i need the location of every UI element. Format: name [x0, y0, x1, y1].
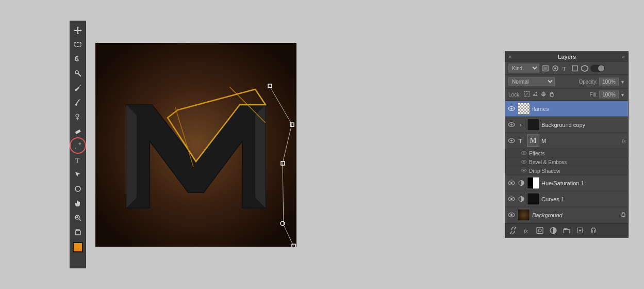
- svg-text:T: T: [75, 156, 79, 164]
- svg-point-56: [510, 198, 513, 200]
- layer-item-curves[interactable]: Curves 1: [505, 191, 628, 207]
- svg-point-34: [535, 92, 537, 93]
- layer-effect-drop-shadow[interactable]: Drop Shadow: [505, 167, 628, 175]
- svg-text:T: T: [519, 138, 522, 144]
- drop-shadow-label: Drop Shadow: [529, 168, 560, 173]
- layer-thumb-flames: [518, 103, 530, 115]
- layer-name-background-copy: Background copy: [541, 122, 626, 128]
- lock-transparent-icon[interactable]: [524, 91, 530, 98]
- layers-list: flames F Background copy T M M fx: [505, 101, 628, 223]
- add-mask-button[interactable]: [535, 226, 544, 235]
- layer-item-flames[interactable]: flames: [505, 101, 628, 117]
- path-select-tool[interactable]: [71, 168, 85, 181]
- lock-row: Lock: Fill: 100% ▼: [505, 89, 628, 101]
- layer-thumb-background: [518, 209, 530, 221]
- filter-kind-select[interactable]: Kind: [508, 64, 539, 73]
- stamp-tool[interactable]: [71, 110, 85, 123]
- canvas-image: [95, 43, 296, 247]
- layer-item-background-copy[interactable]: F Background copy: [505, 117, 628, 133]
- wand-tool[interactable]: [71, 67, 85, 80]
- canvas-area: [95, 43, 296, 247]
- shape-tool[interactable]: [71, 182, 85, 196]
- hand-tool[interactable]: [71, 197, 85, 210]
- filter-smartobject-icon[interactable]: [581, 64, 589, 72]
- svg-text:T: T: [563, 65, 566, 71]
- layer-visibility-curves[interactable]: [507, 195, 516, 203]
- lock-all-icon[interactable]: [549, 91, 555, 98]
- layer-type-icon-m: T: [518, 137, 525, 145]
- layer-name-hue-sat: Hue/Saturation 1: [541, 180, 626, 186]
- filter-shape-icon[interactable]: [571, 64, 579, 72]
- fill-arrow[interactable]: ▼: [620, 92, 625, 97]
- lock-position-icon[interactable]: [540, 91, 547, 98]
- svg-rect-13: [75, 231, 80, 235]
- layer-item-m-text[interactable]: T M M fx: [505, 133, 628, 149]
- foreground-color-swatch[interactable]: [73, 242, 83, 252]
- svg-rect-27: [544, 67, 547, 70]
- layer-item-background[interactable]: Background: [505, 207, 628, 223]
- effects-vis-icon[interactable]: [521, 150, 527, 156]
- pen-tool[interactable]: [71, 139, 85, 152]
- layer-effect-bevel-emboss[interactable]: Bevel & Emboss: [505, 158, 628, 167]
- layer-visibility-background[interactable]: [507, 211, 516, 219]
- toolbar: T: [70, 21, 86, 268]
- layer-name-curves: Curves 1: [541, 196, 626, 202]
- layer-thumb-hue-sat: [527, 177, 539, 189]
- opacity-value[interactable]: 100%: [599, 78, 619, 86]
- svg-point-8: [75, 186, 80, 191]
- svg-point-59: [510, 214, 513, 216]
- dropshadow-vis-icon[interactable]: [521, 168, 527, 174]
- type-tool[interactable]: T: [71, 153, 85, 167]
- svg-point-1: [75, 71, 78, 74]
- svg-rect-0: [75, 42, 81, 46]
- layer-visibility-m-text[interactable]: [507, 137, 516, 145]
- filter-adjustment-icon[interactable]: [551, 64, 559, 72]
- blend-mode-select[interactable]: Normal: [508, 77, 555, 86]
- brush-tool[interactable]: [71, 95, 85, 109]
- marquee-tool[interactable]: [71, 38, 85, 51]
- svg-line-2: [78, 74, 81, 77]
- layer-item-hue-saturation[interactable]: Hue/Saturation 1: [505, 175, 628, 191]
- eyedropper-tool[interactable]: [71, 81, 85, 94]
- lock-image-icon[interactable]: [532, 91, 538, 98]
- layer-lock-background: [621, 212, 626, 219]
- svg-point-29: [554, 67, 556, 69]
- opacity-label: Opacity:: [579, 79, 598, 85]
- bevel-emboss-label: Bevel & Emboss: [529, 159, 567, 165]
- svg-point-40: [510, 108, 513, 110]
- layer-thumb-curves: [527, 193, 539, 205]
- svg-rect-5: [75, 130, 81, 134]
- svg-point-3: [75, 89, 77, 91]
- eraser-tool[interactable]: [71, 124, 85, 138]
- layer-visibility-flames[interactable]: [507, 105, 516, 113]
- canvas-artwork: [95, 43, 296, 247]
- new-group-button[interactable]: [562, 226, 571, 235]
- link-layers-button[interactable]: [508, 226, 518, 235]
- filter-toggle[interactable]: [590, 65, 605, 72]
- layer-fx-m-text: fx: [622, 138, 626, 143]
- add-layer-style-button[interactable]: fx: [522, 226, 531, 235]
- rotate-tool[interactable]: [71, 226, 85, 239]
- delete-layer-button[interactable]: [589, 226, 598, 235]
- svg-point-49: [523, 161, 525, 163]
- lasso-tool[interactable]: [71, 52, 85, 66]
- fill-label: Fill:: [590, 92, 598, 98]
- bevel-vis-icon[interactable]: [521, 159, 527, 165]
- panel-expand-button[interactable]: «: [622, 54, 625, 59]
- move-tool[interactable]: [71, 23, 85, 37]
- svg-point-53: [510, 182, 513, 184]
- layer-visibility-background-copy[interactable]: [507, 121, 516, 129]
- svg-rect-31: [572, 66, 577, 71]
- filter-pixel-icon[interactable]: [541, 64, 550, 72]
- opacity-arrow[interactable]: ▼: [620, 79, 625, 84]
- filter-text-icon[interactable]: T: [561, 64, 569, 72]
- layer-name-background: Background: [532, 212, 619, 218]
- panel-close-button[interactable]: ×: [508, 54, 511, 60]
- layer-visibility-hue-sat[interactable]: [507, 179, 516, 187]
- fill-section: Fill: 100% ▼: [590, 91, 625, 99]
- panel-title: Layers: [558, 54, 576, 60]
- new-adjustment-button[interactable]: [549, 226, 558, 235]
- new-layer-button[interactable]: [575, 226, 585, 235]
- fill-value[interactable]: 100%: [599, 91, 619, 99]
- zoom-tool[interactable]: [71, 211, 85, 224]
